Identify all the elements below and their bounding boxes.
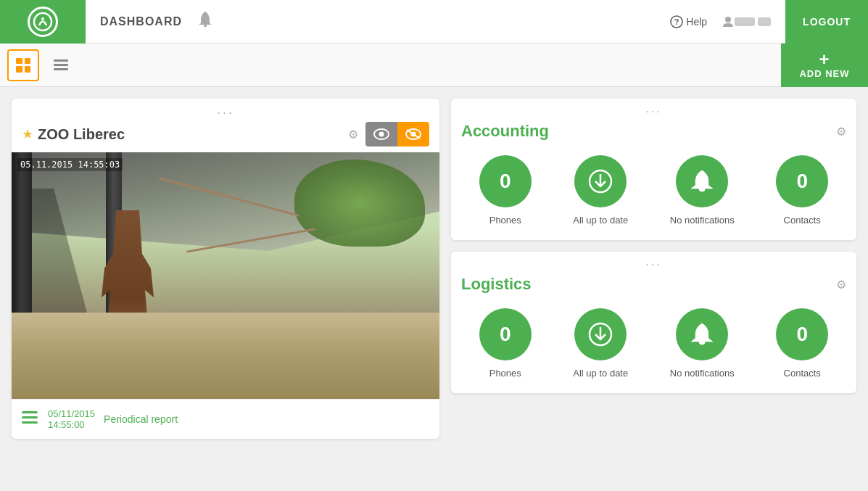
logistics-card: ... Logistics ⚙ 0 Phones (451, 252, 856, 393)
svg-line-10 (407, 130, 420, 139)
svg-rect-19 (700, 341, 704, 344)
accounting-header: Accounting ⚙ (451, 115, 856, 144)
svg-rect-12 (22, 416, 38, 418)
camera-timestamp: 05.11.2015 14:55:03 (17, 158, 123, 171)
logistics-header: Logistics ⚙ (451, 268, 856, 297)
bell-stat-icon (689, 168, 715, 194)
svg-point-5 (725, 17, 731, 22)
footer-report-link[interactable]: Periodical report (104, 413, 178, 425)
accounting-uptodate-label: All up to date (573, 215, 628, 226)
logistics-uptodate-label: All up to date (573, 368, 628, 379)
accounting-phones-value: 0 (500, 170, 511, 193)
crossed-eye-view-button[interactable] (397, 122, 429, 147)
user-name-placeholder (735, 17, 755, 26)
info-column: ... Accounting ⚙ 0 Phones (451, 99, 856, 439)
accounting-uptodate-circle[interactable] (574, 155, 627, 207)
logistics-dots: ... (451, 252, 856, 268)
accounting-notifications-label: No notifications (670, 215, 735, 226)
logistics-stats-row: 0 Phones All up to date (451, 297, 856, 393)
main-content: ... ★ ZOO Liberec ⚙ (0, 87, 868, 450)
add-new-button[interactable]: + ADD NEW (781, 44, 868, 87)
logo (0, 0, 86, 44)
camera-header: ★ ZOO Liberec ⚙ (12, 116, 439, 152)
accounting-stat-contacts: 0 Contacts (776, 155, 828, 226)
help-link[interactable]: ? Help (670, 15, 707, 28)
accounting-stat-notifications: No notifications (670, 155, 735, 226)
view-toggles (365, 122, 429, 147)
accounting-stat-phones: 0 Phones (479, 155, 532, 226)
logistics-contacts-circle[interactable]: 0 (776, 308, 828, 360)
crossed-eye-icon (405, 128, 421, 140)
logistics-title: Logistics (461, 275, 836, 294)
help-label: Help (686, 16, 707, 28)
accounting-contacts-circle[interactable]: 0 (776, 155, 828, 207)
svg-rect-2 (204, 25, 207, 27)
accounting-gear-icon[interactable]: ⚙ (836, 125, 846, 139)
user-info (722, 15, 771, 28)
add-new-label: ADD NEW (799, 68, 849, 79)
download-icon (587, 168, 613, 194)
logistics-gear-icon[interactable]: ⚙ (836, 278, 846, 292)
hamburger-icon (22, 411, 38, 424)
logistics-notifications-circle[interactable] (676, 308, 728, 360)
logistics-stat-phones: 0 Phones (479, 308, 532, 379)
camera-title: ZOO Liberec (38, 126, 348, 143)
accounting-phones-circle[interactable]: 0 (479, 155, 532, 207)
svg-text:?: ? (674, 17, 679, 26)
grid-view-button[interactable] (7, 49, 39, 81)
camera-gear-icon[interactable]: ⚙ (348, 128, 358, 141)
camera-footer: 05/11/201514:55:00 Periodical report (12, 399, 439, 439)
user-role-placeholder (758, 17, 771, 26)
logout-button[interactable]: LOGOUT (785, 0, 868, 44)
list-view-button[interactable] (45, 49, 77, 81)
accounting-dots: ... (451, 99, 856, 115)
logo-icon (28, 7, 58, 37)
star-icon: ★ (22, 126, 33, 142)
footer-menu-icon[interactable] (22, 411, 38, 428)
accounting-notifications-circle[interactable] (676, 155, 728, 207)
camera-feed: 05.11.2015 14:55:03 (12, 152, 439, 399)
logistics-contacts-value: 0 (796, 323, 808, 346)
eye-icon (373, 128, 389, 140)
logistics-phones-value: 0 (500, 323, 511, 346)
svg-rect-11 (22, 411, 38, 413)
logistics-stat-uptodate: All up to date (573, 308, 628, 379)
accounting-stats-row: 0 Phones All up to date (451, 144, 856, 240)
grid-icon (16, 58, 30, 73)
accounting-stat-uptodate: All up to date (573, 155, 628, 226)
footer-date: 05/11/201514:55:00 (48, 408, 95, 430)
logistics-stat-contacts: 0 Contacts (776, 308, 828, 379)
list-icon (54, 59, 68, 70)
accounting-title: Accounting (461, 122, 836, 141)
svg-point-7 (379, 132, 384, 137)
logistics-phones-label: Phones (489, 368, 521, 379)
toolbar: + ADD NEW (0, 44, 868, 87)
logistics-stat-notifications: No notifications (670, 308, 735, 379)
accounting-card: ... Accounting ⚙ 0 Phones (451, 99, 856, 240)
header: DASHBOARD ? Help LOGOUT (0, 0, 868, 44)
add-new-plus-icon: + (819, 51, 830, 68)
accounting-phones-label: Phones (489, 215, 521, 226)
user-icon (722, 15, 735, 28)
logistics-download-icon (587, 321, 613, 347)
camera-card: ... ★ ZOO Liberec ⚙ (12, 99, 439, 439)
svg-rect-16 (700, 188, 704, 191)
svg-point-1 (41, 17, 44, 20)
logistics-notifications-label: No notifications (670, 368, 735, 379)
dashboard-title: DASHBOARD (100, 15, 182, 28)
logistics-uptodate-circle[interactable] (574, 308, 627, 360)
camera-card-dots: ... (12, 99, 439, 116)
svg-rect-13 (22, 421, 38, 424)
logistics-contacts-label: Contacts (784, 368, 821, 379)
accounting-contacts-label: Contacts (784, 215, 821, 226)
bell-icon[interactable] (197, 10, 214, 33)
logistics-phones-circle[interactable]: 0 (479, 308, 532, 360)
accounting-contacts-value: 0 (796, 170, 808, 193)
eye-view-button[interactable] (365, 122, 397, 147)
logistics-bell-icon (689, 321, 715, 347)
